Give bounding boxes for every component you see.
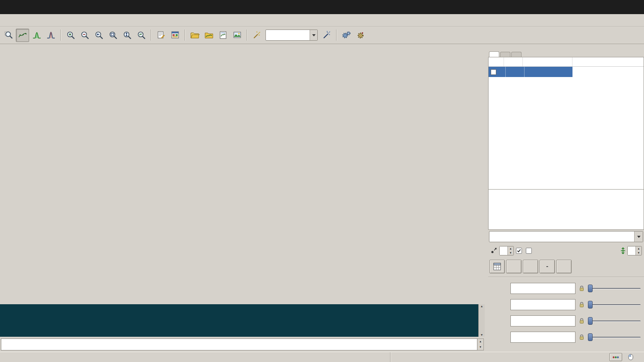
hwhm-slider[interactable] — [588, 317, 642, 325]
menu-gui[interactable] — [44, 18, 52, 22]
zoom-out-button[interactable] — [78, 29, 91, 42]
area-input[interactable] — [510, 283, 575, 294]
tab-data[interactable] — [489, 51, 499, 57]
slider-thumb[interactable] — [588, 317, 593, 325]
center-input[interactable] — [510, 299, 575, 310]
menu-help[interactable] — [52, 18, 61, 22]
main-plot-canvas[interactable] — [0, 44, 485, 249]
y-shift-spinner[interactable]: ▲▼ — [627, 246, 642, 255]
menu-data[interactable] — [9, 18, 18, 22]
point-size-spinner[interactable]: ▲▼ — [499, 246, 514, 255]
point-size-input[interactable] — [500, 246, 507, 255]
formula-button[interactable] — [523, 260, 538, 273]
filter-dropdown-button[interactable] — [634, 231, 643, 242]
menu-fit[interactable] — [27, 18, 35, 22]
shape-slider[interactable] — [588, 333, 642, 341]
spin-up-icon[interactable]: ▲ — [477, 339, 483, 344]
run-fit-button[interactable] — [340, 29, 353, 42]
shape-lock-button[interactable] — [578, 334, 585, 340]
name-button[interactable] — [540, 260, 555, 273]
spin-down-icon[interactable]: ▼ — [477, 344, 483, 350]
open-session-button[interactable] — [188, 29, 201, 42]
center-slider[interactable] — [588, 300, 642, 309]
add-peak-mode-button[interactable] — [30, 29, 43, 42]
zoom-in-button[interactable] — [64, 29, 77, 42]
line-toggle[interactable] — [516, 248, 524, 254]
scroll-up-icon[interactable]: ▲ — [480, 305, 483, 308]
tab-functions[interactable] — [500, 52, 510, 57]
gui-dialog-button[interactable] — [168, 29, 182, 42]
filter-dropdown[interactable] — [489, 231, 643, 242]
zoom-vertical-button[interactable] — [120, 29, 134, 42]
spin-down-icon[interactable]: ▼ — [636, 251, 641, 255]
menu-tools[interactable] — [35, 18, 44, 22]
shape-input[interactable] — [510, 332, 575, 343]
sigma-toggle[interactable] — [526, 248, 534, 254]
auto-add-button[interactable] — [320, 29, 333, 42]
command-history-spinner[interactable]: ▲▼ — [477, 338, 484, 350]
function-title — [488, 277, 644, 281]
clear-button[interactable] — [250, 29, 263, 42]
plot-splitter[interactable] — [0, 249, 485, 252]
hwhm-input[interactable] — [510, 315, 575, 326]
line-checkbox[interactable] — [516, 248, 522, 254]
lock-icon — [579, 318, 584, 324]
spin-up-icon[interactable]: ▲ — [636, 246, 641, 251]
export-image-button[interactable] — [230, 29, 244, 42]
delete-button[interactable] — [556, 260, 572, 273]
save-session-button[interactable] — [216, 29, 230, 42]
range-mode-button[interactable] — [16, 29, 29, 42]
mouse-config-button[interactable] — [609, 353, 622, 361]
menu-session[interactable] — [1, 18, 9, 22]
center-lock-button[interactable] — [578, 302, 585, 308]
edit-script-button[interactable] — [154, 29, 167, 42]
area-lock-button[interactable] — [578, 285, 585, 291]
zoom-prev-icon — [94, 30, 104, 40]
dataset-row[interactable] — [489, 67, 572, 77]
peak-type-dropdown-button[interactable] — [310, 30, 317, 40]
area-slider[interactable] — [588, 284, 642, 293]
menu-functions[interactable] — [18, 18, 27, 22]
zoom-fit-button[interactable] — [134, 29, 148, 42]
zoom-in-icon — [66, 30, 75, 40]
save-session-icon — [218, 30, 228, 40]
slider-thumb[interactable] — [588, 333, 593, 341]
add-guess-mode-button[interactable] — [44, 29, 57, 42]
zoom-all-button[interactable] — [106, 29, 119, 42]
column-header-name[interactable] — [523, 57, 572, 66]
hwhm-lock-button[interactable] — [578, 318, 585, 324]
command-input[interactable] — [1, 338, 477, 350]
zoom-fit-icon — [137, 30, 146, 40]
console-scrollbar[interactable]: ▲▼ — [478, 304, 485, 337]
column-header-f[interactable] — [504, 57, 523, 66]
menu-bar — [0, 14, 644, 27]
mouse-button-icon — [628, 354, 633, 360]
tab-variables[interactable] — [511, 52, 522, 57]
close-button[interactable] — [627, 0, 644, 14]
dataset-checkbox[interactable] — [491, 69, 496, 75]
select-zoom-button[interactable] — [2, 29, 15, 42]
aux-plot-canvas[interactable] — [0, 252, 485, 301]
peak-type-select[interactable] — [265, 30, 318, 41]
slider-thumb[interactable] — [588, 301, 593, 309]
undo-fit-button[interactable] — [354, 29, 367, 42]
open-data-button[interactable] — [202, 29, 215, 42]
slider-thumb[interactable] — [588, 285, 593, 292]
sigma-checkbox[interactable] — [526, 248, 532, 254]
scroll-down-icon[interactable]: ▼ — [480, 333, 483, 336]
y-shift-icon — [620, 247, 626, 254]
main-content: ▲▼ ▲▼ — [0, 44, 644, 352]
sidebar-splitter[interactable] — [485, 44, 488, 352]
spin-up-icon[interactable]: ▲ — [508, 246, 513, 251]
zoom-prev-button[interactable] — [92, 29, 105, 42]
dataset-grid-button[interactable] — [489, 260, 505, 273]
sum-button[interactable] — [506, 260, 522, 273]
dataset-info — [488, 190, 644, 230]
auto-add-icon — [322, 30, 331, 40]
y-shift-input[interactable] — [628, 246, 635, 255]
console-splitter[interactable] — [0, 301, 485, 304]
spin-down-icon[interactable]: ▼ — [508, 251, 513, 255]
zoom-all-icon — [108, 30, 118, 40]
column-header-no[interactable] — [489, 57, 504, 66]
dataset-name — [525, 67, 572, 77]
